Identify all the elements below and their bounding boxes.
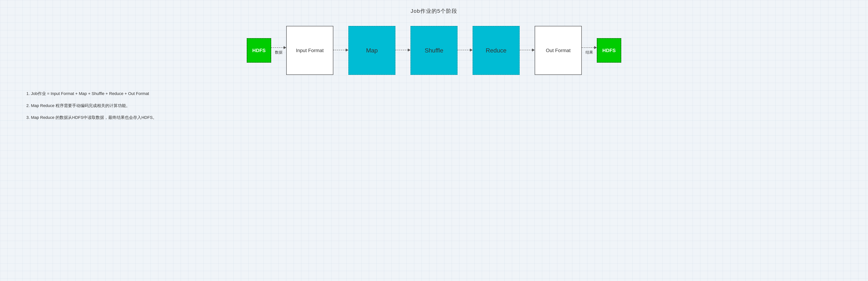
arrow-5 bbox=[520, 49, 535, 52]
note-3: 3. Map Reduce 的数据从HDFS中读取数据，最终结果也会存入HDFS… bbox=[26, 114, 857, 121]
map-node: Map bbox=[348, 26, 395, 75]
arrow-6: 结果 bbox=[582, 46, 597, 55]
hdfs-output-node: HDFS bbox=[597, 38, 621, 63]
diagram: HDFS 数据 Input Format Map Shuffle bbox=[11, 26, 857, 75]
page-title: Job作业的5个阶段 bbox=[11, 7, 857, 15]
out-format-node: Out Format bbox=[535, 26, 582, 75]
arrow-2 bbox=[333, 49, 348, 52]
hdfs-input-node: HDFS bbox=[247, 38, 271, 63]
arrow-4 bbox=[458, 49, 473, 52]
arrow-1: 数据 bbox=[271, 46, 286, 55]
note-1: 1. Job作业 = Input Format + Map + Shuffle … bbox=[26, 90, 857, 97]
note-2: 2. Map Reduce 程序需要手动编码完成相关的计算功能。 bbox=[26, 102, 857, 110]
notes-section: 1. Job作业 = Input Format + Map + Shuffle … bbox=[11, 90, 857, 121]
reduce-node: Reduce bbox=[473, 26, 520, 75]
arrow-3 bbox=[395, 49, 410, 52]
shuffle-node: Shuffle bbox=[410, 26, 458, 75]
input-format-node: Input Format bbox=[286, 26, 333, 75]
